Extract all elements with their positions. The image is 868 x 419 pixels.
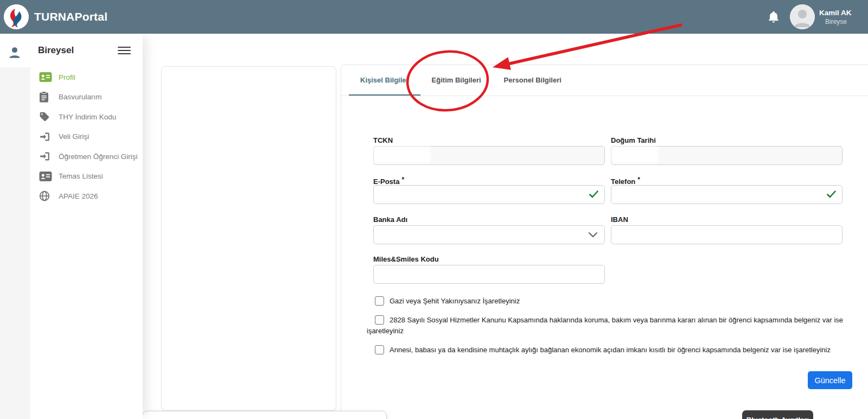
bank-name-label: Banka Adı [373,215,605,223]
profile-form-card: Kişisel Bilgiler Eğitim Bilgileri Person… [341,65,868,419]
sidebar-item-label: Profil [59,73,75,81]
globe-icon [39,190,52,202]
sosyal-hizmetler-checkbox[interactable] [375,315,384,325]
brand-title: TURNAPortal [34,10,107,23]
tab-bar: Kişisel Bilgiler Eğitim Bilgileri Person… [341,65,868,96]
sidebar-rail [0,67,30,419]
muhtaclik-checkbox[interactable] [375,345,384,354]
sidebar-item-ogretmen-ogrenci-girisi[interactable]: Öğretmen Öğrenci Girişi [30,147,143,167]
sidebar-item-thy-indirim-kodu[interactable]: THY İndirim Kodu [30,107,143,127]
turna-logo-icon [4,4,29,29]
sidebar-title: Bireysel [38,45,74,56]
sidebar-item-profil[interactable]: Profil [30,67,143,87]
phone-label: Telefon* [611,175,843,183]
valid-check-icon [827,191,836,198]
notifications-bell-icon[interactable] [767,10,780,23]
sidebar-item-basvurularim[interactable]: Basvurularım [30,87,143,107]
tab-egitim-bilgileri[interactable]: Eğitim Bilgileri [420,65,493,96]
tag-icon [39,111,52,123]
tab-kisisel-bilgiler[interactable]: Kişisel Bilgiler [349,65,420,96]
bluetooth-tooltip: Bluetooth Aygıtları [742,410,813,419]
iban-field[interactable] [611,225,843,244]
miles-smiles-field[interactable] [373,265,605,284]
tckn-label: TCKN [373,136,605,144]
user-avatar[interactable] [790,4,815,29]
tab-personel-bilgileri[interactable]: Personel Bilgileri [493,65,573,96]
id-card-icon [39,71,52,83]
sidebar-item-temas-listesi[interactable]: Temas Listesi [30,167,143,187]
sidebar-item-label: Veli Girişi [59,132,89,141]
gazi-sehit-checkbox[interactable] [375,296,384,306]
required-asterisk: * [401,176,404,183]
user-menu[interactable]: Kamil AK Bireyse [819,9,868,26]
sidebar-item-label: Öğretmen Öğrenci Girişi [59,153,138,161]
miles-smiles-label: Miles&Smiles Kodu [373,255,605,263]
redaction-patch [612,148,657,162]
chevron-down-icon [589,232,597,237]
valid-check-icon [589,191,598,198]
bottom-panel [142,411,387,419]
app-header: TURNAPortal Kamil AK Bireyse [0,0,868,34]
user-role: Bireyse [825,18,868,26]
sidebar-menu: Profil Basvurularım THY İndirim Kodu Vel… [30,67,143,206]
personal-info-form: TCKN Doğum Tarihi E-Posta* [373,136,868,364]
iban-label: IBAN [611,215,843,223]
update-button[interactable]: Güncelle [808,371,852,389]
clipboard-icon [39,91,52,103]
phone-field[interactable] [611,185,843,204]
redaction-patch [375,148,429,162]
checkbox-row-2828-kanun: 2828 Sayılı Sosyal Hizmetler Kanunu Kaps… [367,315,855,337]
sidebar-item-apaie-2026[interactable]: APAIE 2026 [30,186,143,206]
email-label: E-Posta* [373,175,605,183]
login-icon [39,131,52,143]
sidebar-item-label: THY İndirim Kodu [59,113,116,121]
bank-name-select[interactable] [373,225,605,244]
sidebar-item-veli-girisi[interactable]: Veli Girişi [30,127,143,147]
left-panel [161,66,336,411]
checkbox-row-gazi-sehit: Gazi veya Şehit Yakınıysanız İşaretleyin… [367,296,855,307]
checkbox-row-muhtaclik: Annesi, babası ya da kendisine muhtaçlık… [367,345,855,355]
sidebar: Bireysel Profil Basvurularım THY İndirim… [0,34,143,419]
checkbox-group: Gazi veya Şehit Yakınıysanız İşaretleyin… [367,296,855,356]
person-icon [8,46,22,60]
sidebar-item-label: APAIE 2026 [59,192,98,200]
required-asterisk: * [637,176,640,183]
sidebar-item-label: Temas Listesi [59,172,103,180]
login-icon [39,150,52,162]
menu-toggle-icon[interactable] [118,47,131,54]
user-name: Kamil AK [819,9,868,17]
birth-date-label: Doğum Tarihi [611,136,843,144]
id-card-icon [39,170,52,182]
sidebar-item-label: Basvurularım [59,93,102,101]
email-field[interactable] [373,185,605,204]
